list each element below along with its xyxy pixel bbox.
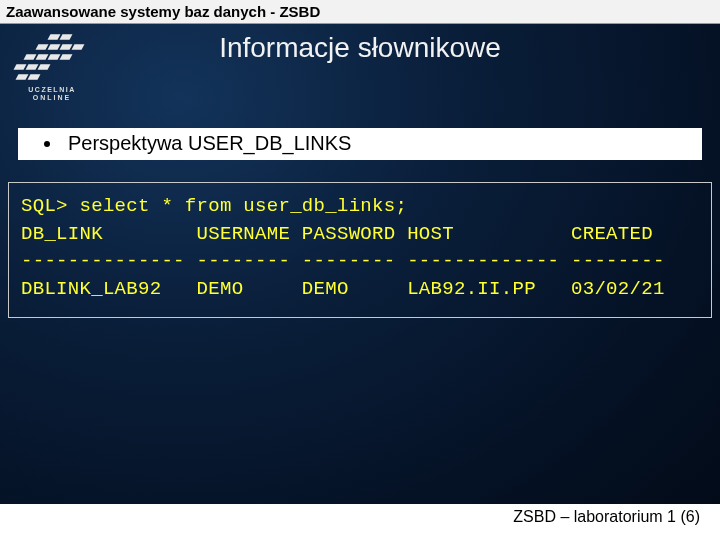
sql-prompt-line: SQL> select * from user_db_links; bbox=[21, 193, 699, 221]
logo: UCZELNIA ONLINE bbox=[12, 30, 92, 110]
title-area: Informacje słownikowe bbox=[0, 24, 720, 72]
sql-row-line: DBLINK_LAB92 DEMO DEMO LAB92.II.PP 03/02… bbox=[21, 276, 699, 304]
logo-text: UCZELNIA ONLINE bbox=[28, 86, 75, 101]
logo-icon bbox=[17, 30, 87, 84]
sql-divider-line: -------------- -------- -------- -------… bbox=[21, 248, 699, 276]
bullet-icon bbox=[44, 141, 50, 147]
sql-header-line: DB_LINK USERNAME PASSWORD HOST CREATED bbox=[21, 221, 699, 249]
content-area: Perspektywa USER_DB_LINKS SQL> select * … bbox=[0, 72, 720, 318]
sql-output-block: SQL> select * from user_db_links; DB_LIN… bbox=[8, 182, 712, 318]
page-title: Informacje słownikowe bbox=[219, 32, 501, 64]
footer-text: ZSBD – laboratorium 1 (6) bbox=[507, 506, 706, 528]
bullet-item: Perspektywa USER_DB_LINKS bbox=[18, 128, 702, 160]
breadcrumb: Zaawansowane systemy baz danych - ZSBD bbox=[0, 0, 720, 24]
bullet-text: Perspektywa USER_DB_LINKS bbox=[68, 132, 351, 155]
logo-line2: ONLINE bbox=[28, 94, 75, 102]
logo-line1: UCZELNIA bbox=[28, 86, 75, 93]
